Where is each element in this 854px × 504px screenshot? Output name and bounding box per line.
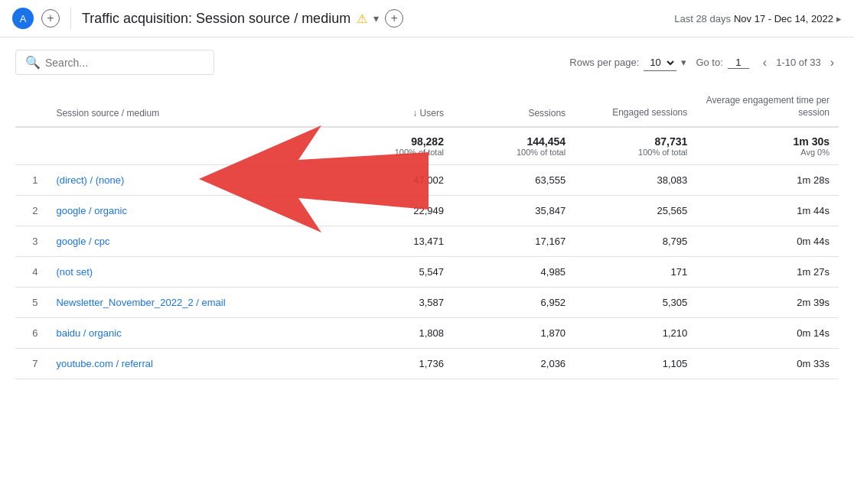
pagination: Rows per page: 10 25 50 ▾ Go to: ‹ 1-10 … <box>569 54 839 71</box>
row-sessions-7: 2,036 <box>453 349 575 379</box>
row-users-5: 3,587 <box>331 288 453 318</box>
date-suffix-icon: ▸ <box>836 13 842 24</box>
row-sessions-1: 63,555 <box>453 165 575 196</box>
table-row: 4 (not set) 5,547 4,985 171 1m 27s <box>15 257 839 288</box>
row-users-6: 1,808 <box>331 318 453 349</box>
row-sessions-6: 1,870 <box>453 318 575 349</box>
rows-dropdown-arrow: ▾ <box>681 57 686 68</box>
table-row: 3 google / cpc 13,471 17,167 8,795 0m 44… <box>15 226 839 257</box>
row-avg-2: 1m 44s <box>696 196 839 226</box>
row-num-5: 5 <box>15 288 47 318</box>
row-source-4[interactable]: (not set) <box>47 257 331 288</box>
topbar-divider <box>70 8 71 29</box>
date-range: Last 28 days Nov 17 - Dec 14, 2022 ▸ <box>674 13 842 24</box>
row-num-6: 6 <box>15 318 47 349</box>
table-header-row: Session source / medium ↓ Users Sessions <box>15 87 839 127</box>
rows-per-page-label: Rows per page: <box>569 57 639 68</box>
th-engaged-sessions: Engaged sessions <box>575 87 696 127</box>
totals-row-num <box>15 127 47 165</box>
row-num-3: 3 <box>15 226 47 257</box>
totals-avg: 1m 30s Avg 0% <box>696 127 839 165</box>
row-source-6[interactable]: baidu / organic <box>47 318 331 349</box>
page-range: ‹ 1-10 of 33 › <box>758 54 839 71</box>
data-table: Session source / medium ↓ Users Sessions <box>15 87 839 379</box>
row-engaged-3: 8,795 <box>575 226 696 257</box>
th-avg-engagement: Average engagement time per session <box>696 87 839 127</box>
th-users[interactable]: ↓ Users <box>331 87 453 127</box>
row-avg-7: 0m 33s <box>696 349 839 379</box>
row-source-7[interactable]: youtube.com / referral <box>47 349 331 379</box>
table-wrapper: Session source / medium ↓ Users Sessions <box>15 87 839 379</box>
table-container: 🔍 Rows per page: 10 25 50 ▾ Go to: ‹ 1-1… <box>0 37 854 392</box>
row-engaged-6: 1,210 <box>575 318 696 349</box>
row-engaged-4: 171 <box>575 257 696 288</box>
table-row: 7 youtube.com / referral 1,736 2,036 1,1… <box>15 349 839 379</box>
th-session-source: Session source / medium <box>47 87 331 127</box>
next-page-button[interactable]: › <box>826 54 839 71</box>
row-users-1: 47,002 <box>331 165 453 196</box>
warning-icon: ⚠ <box>357 11 367 26</box>
topbar: A + Traffic acquisition: Session source … <box>0 0 854 37</box>
row-source-1[interactable]: (direct) / (none) <box>47 165 331 196</box>
totals-users: 98,282 100% of total <box>331 127 453 165</box>
table-row: 2 google / organic 22,949 35,847 25,565 … <box>15 196 839 226</box>
totals-engaged: 87,731 100% of total <box>575 127 696 165</box>
add-tab-button[interactable]: + <box>41 9 60 28</box>
goto-label: Go to: <box>696 57 722 68</box>
row-avg-6: 0m 14s <box>696 318 839 349</box>
row-users-7: 1,736 <box>331 349 453 379</box>
goto-input[interactable] <box>728 57 749 69</box>
search-box: 🔍 <box>15 50 214 75</box>
totals-sessions: 144,454 100% of total <box>453 127 575 165</box>
row-avg-3: 0m 44s <box>696 226 839 257</box>
search-icon: 🔍 <box>25 55 41 70</box>
rows-per-page-select[interactable]: 10 25 50 <box>644 54 676 71</box>
row-num-4: 4 <box>15 257 47 288</box>
row-engaged-7: 1,105 <box>575 349 696 379</box>
totals-row: 98,282 100% of total 144,454 100% of tot… <box>15 127 839 165</box>
table-row: 5 Newsletter_November_2022_2 / email 3,5… <box>15 288 839 318</box>
row-engaged-2: 25,565 <box>575 196 696 226</box>
row-source-5[interactable]: Newsletter_November_2022_2 / email <box>47 288 331 318</box>
controls-row: 🔍 Rows per page: 10 25 50 ▾ Go to: ‹ 1-1… <box>15 50 839 75</box>
row-sessions-5: 6,952 <box>453 288 575 318</box>
row-num-1: 1 <box>15 165 47 196</box>
row-source-2[interactable]: google / organic <box>47 196 331 226</box>
page-range-text: 1-10 of 33 <box>776 57 821 68</box>
th-sessions: Sessions <box>453 87 575 127</box>
row-source-3[interactable]: google / cpc <box>47 226 331 257</box>
page-title: Traffic acquisition: Session source / me… <box>82 9 667 28</box>
row-sessions-4: 4,985 <box>453 257 575 288</box>
totals-source <box>47 127 331 165</box>
date-range-text: Nov 17 - Dec 14, 2022 <box>734 13 833 24</box>
row-users-2: 22,949 <box>331 196 453 226</box>
row-avg-1: 1m 28s <box>696 165 839 196</box>
row-users-4: 5,547 <box>331 257 453 288</box>
search-input[interactable] <box>45 57 204 69</box>
table-row: 1 (direct) / (none) 47,002 63,555 38,083… <box>15 165 839 196</box>
row-num-7: 7 <box>15 349 47 379</box>
row-users-3: 13,471 <box>331 226 453 257</box>
row-avg-4: 1m 27s <box>696 257 839 288</box>
th-row-num <box>15 87 47 127</box>
row-sessions-2: 35,847 <box>453 196 575 226</box>
add-chart-button[interactable]: + <box>385 9 403 28</box>
row-engaged-1: 38,083 <box>575 165 696 196</box>
row-num-2: 2 <box>15 196 47 226</box>
rows-per-page: Rows per page: 10 25 50 ▾ <box>569 54 686 71</box>
dropdown-arrow-icon[interactable]: ▾ <box>373 12 379 24</box>
row-avg-5: 2m 39s <box>696 288 839 318</box>
prev-page-button[interactable]: ‹ <box>758 54 771 71</box>
table-row: 6 baidu / organic 1,808 1,870 1,210 0m 1… <box>15 318 839 349</box>
title-text: Traffic acquisition: Session source / me… <box>82 11 350 27</box>
row-engaged-5: 5,305 <box>575 288 696 318</box>
avatar: A <box>12 8 34 29</box>
row-sessions-3: 17,167 <box>453 226 575 257</box>
date-prefix: Last 28 days <box>674 13 731 24</box>
goto: Go to: <box>696 57 748 69</box>
